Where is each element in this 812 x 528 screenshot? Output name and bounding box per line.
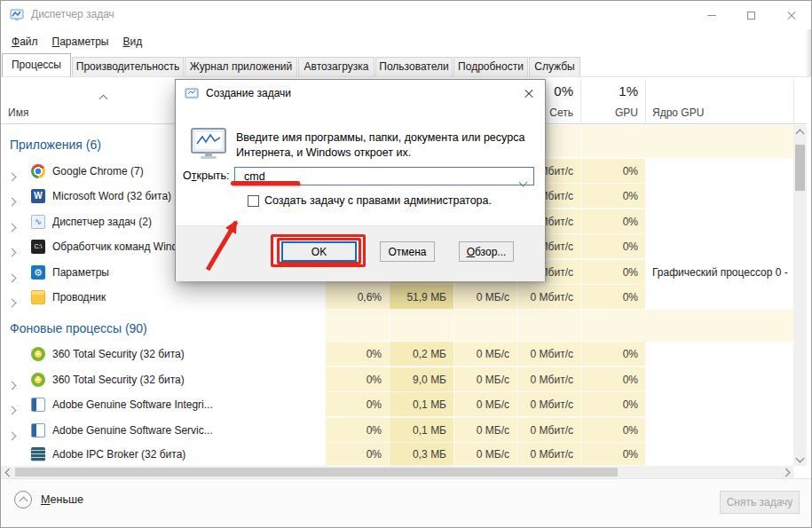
collapse-circle-icon — [14, 491, 32, 508]
cancel-button[interactable]: Отмена — [380, 241, 435, 262]
tab-services[interactable]: Службы — [529, 57, 580, 76]
column-header-name[interactable]: Имя — [8, 106, 28, 119]
run-monitor-icon — [191, 128, 228, 162]
status-bar: Меньше Снять задачу — [1, 478, 811, 528]
table-row[interactable]: 360 Total Security (32 бита) 0% 0,2 МБ 0… — [1, 342, 793, 366]
table-row[interactable]: Adobe Genuine Software Servic... 0% 0,1 … — [1, 418, 793, 443]
column-separator[interactable] — [645, 79, 646, 123]
column-header-gpu-core[interactable]: Ядро GPU — [652, 106, 704, 119]
settings-icon — [31, 265, 45, 280]
close-icon — [786, 10, 797, 20]
chevron-down-icon[interactable] — [520, 173, 526, 189]
tab-startup[interactable]: Автозагрузка — [298, 57, 374, 76]
adobe-icon — [31, 423, 45, 437]
admin-rights-label[interactable]: Создать задачу с правами администратора. — [264, 194, 492, 207]
open-label: Открыть: — [183, 169, 230, 182]
title-bar[interactable]: Диспетчер задач — [1, 1, 811, 29]
group-label: Приложения (6) — [10, 138, 101, 152]
column-separator — [793, 79, 794, 123]
horizontal-scrollbar-thumb[interactable] — [15, 468, 618, 477]
close-icon — [524, 88, 534, 99]
taskmgr-icon — [31, 215, 45, 229]
gpu-total: 1% — [580, 83, 638, 99]
dialog-message: Введите имя программы, папки, документа … — [236, 130, 534, 161]
fewer-details-button[interactable]: Меньше — [14, 491, 83, 508]
vertical-scrollbar[interactable] — [793, 125, 807, 466]
scroll-down-icon[interactable] — [793, 453, 807, 466]
chevron-expand-icon[interactable] — [9, 243, 15, 259]
explorer-icon — [31, 290, 45, 304]
chevron-expand-icon[interactable] — [9, 168, 15, 184]
process-name: Проводник — [52, 285, 319, 310]
maximize-button[interactable] — [731, 1, 771, 29]
maximize-icon — [747, 12, 755, 20]
annotation-red-underline — [231, 181, 300, 185]
table-row[interactable]: Adobe IPC Broker (32 бита) 0% 0,3 МБ 0 М… — [1, 443, 793, 466]
menu-options[interactable]: Параметры — [49, 32, 118, 51]
chevron-expand-icon[interactable] — [9, 218, 15, 234]
task-manager-app-icon — [10, 8, 24, 22]
tab-users[interactable]: Пользователи — [375, 57, 453, 76]
window-title: Диспетчер задач — [31, 8, 114, 20]
adobe-ipc-icon — [31, 447, 45, 461]
column-header-gpu[interactable]: GPU — [580, 106, 638, 119]
admin-rights-checkbox[interactable] — [248, 195, 259, 207]
chevron-expand-icon[interactable] — [9, 401, 15, 417]
cmd-icon — [31, 240, 45, 254]
process-name: Adobe Genuine Software Integri... — [52, 392, 319, 417]
menu-bar: Файл Параметры Вид — [1, 29, 811, 54]
tab-details[interactable]: Подробности — [453, 57, 528, 76]
scroll-up-icon[interactable] — [793, 125, 807, 138]
minimize-button[interactable] — [691, 1, 731, 29]
chevron-expand-icon[interactable] — [9, 427, 15, 443]
tab-strip: Процессы Производительность Журнал прило… — [1, 54, 811, 77]
tab-performance[interactable]: Производительность — [72, 57, 184, 76]
dialog-message-line2: Интернета, и Windows откроет их. — [236, 146, 534, 161]
browse-button[interactable]: Обзор... — [459, 241, 514, 262]
task-manager-window: Диспетчер задач Файл Параметры Вид Проце… — [0, 0, 812, 528]
horizontal-scrollbar[interactable] — [1, 466, 793, 478]
table-row[interactable]: 360 Total Security (32 бита) 0% 9,0 МБ 0… — [1, 367, 793, 392]
group-header-background[interactable]: Фоновые процессы (90) — [1, 310, 793, 342]
vertical-scrollbar-thumb[interactable] — [795, 145, 805, 191]
table-row[interactable]: Проводник 0,6% 51,9 МБ 0 МБ/с 0 Мбит/с 0… — [1, 285, 793, 310]
chevron-expand-icon[interactable] — [9, 294, 15, 310]
dialog-message-line1: Введите имя программы, папки, документа … — [236, 130, 534, 146]
fewer-details-label: Меньше — [41, 493, 83, 506]
scroll-left-icon[interactable] — [1, 466, 14, 478]
chevron-expand-icon[interactable] — [9, 269, 15, 285]
process-name: Adobe IPC Broker (32 бита) — [52, 443, 319, 466]
process-name: 360 Total Security (32 бита) — [52, 342, 319, 366]
tab-app-history[interactable]: Журнал приложений — [185, 57, 297, 76]
annotation-red-box-inner — [277, 238, 361, 264]
group-label: Фоновые процессы (90) — [10, 321, 147, 335]
process-name: Adobe Genuine Software Servic... — [52, 418, 319, 443]
end-task-button[interactable]: Снять задачу — [720, 491, 800, 514]
create-task-icon — [185, 86, 199, 100]
close-button[interactable] — [771, 1, 811, 29]
chevron-expand-icon[interactable] — [9, 193, 15, 209]
tab-processes[interactable]: Процессы — [2, 53, 71, 76]
dialog-title: Создание задачи — [206, 87, 291, 99]
chrome-icon — [31, 164, 45, 178]
minimize-icon — [707, 15, 716, 16]
adobe-icon — [31, 398, 45, 412]
dialog-title-bar[interactable]: Создание задачи — [176, 80, 545, 106]
create-task-dialog: Создание задачи Введите имя программы, п… — [175, 79, 546, 281]
security360-icon — [31, 373, 45, 387]
chevron-expand-icon[interactable] — [9, 376, 15, 392]
security360-icon — [31, 347, 45, 361]
sort-ascending-icon — [100, 90, 106, 106]
dialog-close-button[interactable] — [520, 85, 538, 101]
process-name: 360 Total Security (32 бита) — [52, 367, 319, 392]
word-icon — [31, 189, 45, 203]
menu-file[interactable]: Файл — [8, 32, 47, 51]
menu-view[interactable]: Вид — [119, 32, 151, 51]
scroll-right-icon[interactable] — [780, 466, 793, 478]
table-row[interactable]: Adobe Genuine Software Integri... 0% 0,1… — [1, 392, 793, 417]
